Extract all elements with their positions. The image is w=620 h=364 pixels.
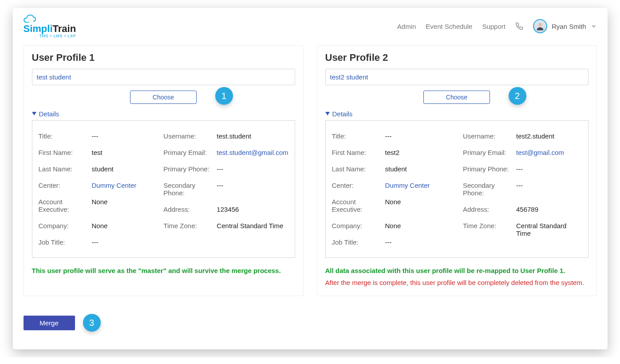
- step-badge-1: 1: [215, 87, 233, 105]
- label-address: Address:: [463, 206, 516, 213]
- step-badge-3: 3: [83, 314, 101, 332]
- logo-tagline: TMS + LMS + LXP: [39, 34, 76, 38]
- profile-columns: User Profile 1 Choose 1 Details Title:--…: [13, 41, 608, 296]
- merge-button[interactable]: Merge: [24, 316, 75, 330]
- svg-point-0: [538, 23, 541, 26]
- profile-search-input[interactable]: [32, 69, 295, 85]
- value-title: ---: [385, 132, 451, 140]
- phone-icon[interactable]: [515, 22, 523, 30]
- value-first-name: test: [92, 149, 151, 156]
- profile-panel-1: User Profile 1 Choose 1 Details Title:--…: [24, 45, 304, 296]
- avatar: [533, 19, 547, 33]
- label-account-exec: Account Executive:: [332, 198, 385, 213]
- details-grid: Title:--- First Name:test Last Name:stud…: [32, 120, 295, 258]
- cloud-icon: [24, 14, 36, 23]
- label-last-name: Last Name:: [332, 165, 385, 173]
- label-primary-email: Primary Email:: [163, 149, 217, 156]
- value-first-name: test2: [385, 149, 451, 156]
- note-delete: After the merge is complete, this user p…: [325, 278, 588, 288]
- label-username: Username:: [163, 132, 217, 140]
- details-label: Details: [39, 110, 59, 118]
- label-last-name: Last Name:: [39, 165, 92, 173]
- value-last-name: student: [92, 165, 151, 173]
- value-account-exec: None: [385, 198, 451, 213]
- logo-text-primary: Simpli: [24, 23, 53, 35]
- profile-panel-2: User Profile 2 Choose 2 Details Title:--…: [317, 45, 597, 296]
- details-grid: Title:--- First Name:test2 Last Name:stu…: [325, 120, 588, 258]
- label-title: Title:: [39, 132, 92, 140]
- choose-button[interactable]: Choose: [130, 91, 197, 104]
- user-menu[interactable]: Ryan Smith: [533, 19, 597, 33]
- logo[interactable]: SimpliTrain TMS + LMS + LXP: [24, 14, 76, 38]
- svg-marker-1: [32, 112, 36, 115]
- label-primary-email: Primary Email:: [463, 149, 516, 156]
- label-time-zone: Time Zone:: [463, 222, 516, 237]
- value-company: None: [385, 222, 451, 229]
- label-center: Center:: [332, 182, 385, 189]
- label-company: Company:: [332, 222, 385, 229]
- label-username: Username:: [463, 132, 516, 140]
- choose-button[interactable]: Choose: [423, 91, 490, 104]
- label-address: Address:: [163, 206, 217, 213]
- value-center[interactable]: Dummy Center: [92, 182, 151, 189]
- nav-support[interactable]: Support: [482, 23, 505, 30]
- label-first-name: First Name:: [39, 149, 92, 156]
- value-secondary-phone: ---: [217, 182, 288, 197]
- value-address: 123456: [217, 206, 288, 213]
- details-label: Details: [332, 110, 353, 118]
- triangle-down-icon: [32, 112, 36, 116]
- value-title: ---: [92, 132, 151, 140]
- details-toggle[interactable]: Details: [32, 110, 295, 118]
- value-time-zone: Central Standard Time: [516, 222, 582, 237]
- chevron-down-icon: [591, 23, 597, 29]
- person-icon: [535, 21, 545, 31]
- label-time-zone: Time Zone:: [163, 222, 217, 229]
- label-primary-phone: Primary Phone:: [463, 165, 516, 173]
- label-account-exec: Account Executive:: [39, 198, 92, 213]
- value-secondary-phone: ---: [516, 182, 582, 197]
- value-address: 456789: [516, 206, 582, 213]
- value-username: test.student: [217, 132, 288, 140]
- label-first-name: First Name:: [332, 149, 385, 156]
- value-time-zone: Central Standard Time: [217, 222, 288, 229]
- label-job-title: Job Title:: [332, 238, 385, 246]
- triangle-down-icon: [325, 112, 330, 116]
- details-toggle[interactable]: Details: [325, 110, 588, 118]
- value-primary-phone: ---: [217, 165, 288, 173]
- value-account-exec: None: [92, 198, 151, 213]
- value-primary-email[interactable]: test@gmail.com: [516, 149, 582, 156]
- nav-admin[interactable]: Admin: [397, 23, 416, 30]
- merge-row: Merge 3: [13, 296, 608, 332]
- panel-title: User Profile 1: [32, 52, 295, 63]
- value-primary-phone: ---: [516, 165, 582, 173]
- step-badge-2: 2: [509, 87, 526, 105]
- user-name: Ryan Smith: [552, 23, 586, 30]
- app-shell: SimpliTrain TMS + LMS + LXP Admin Event …: [13, 8, 608, 349]
- note-remap: All data associated with this user profi…: [325, 266, 588, 276]
- value-primary-email[interactable]: test.student@gmail.com: [217, 149, 288, 156]
- label-secondary-phone: Secondary Phone:: [163, 182, 217, 197]
- header: SimpliTrain TMS + LMS + LXP Admin Event …: [13, 8, 608, 41]
- logo-text-secondary: Train: [53, 23, 76, 35]
- label-company: Company:: [39, 222, 92, 229]
- label-title: Title:: [332, 132, 385, 140]
- header-right: Admin Event Schedule Support Ryan Smith: [397, 19, 597, 33]
- value-last-name: student: [385, 165, 451, 173]
- note-master: This user profile will serve as the "mas…: [32, 266, 295, 276]
- label-secondary-phone: Secondary Phone:: [463, 182, 516, 197]
- value-center[interactable]: Dummy Center: [385, 182, 451, 189]
- profile-search-input[interactable]: [325, 69, 588, 85]
- value-username: test2.student: [516, 132, 582, 140]
- panel-title: User Profile 2: [325, 52, 588, 63]
- label-job-title: Job Title:: [39, 238, 92, 246]
- value-job-title: ---: [385, 238, 451, 246]
- value-company: None: [92, 222, 151, 229]
- value-job-title: ---: [92, 238, 151, 246]
- svg-marker-2: [325, 112, 330, 115]
- label-primary-phone: Primary Phone:: [163, 165, 217, 173]
- label-center: Center:: [39, 182, 92, 189]
- nav-event-schedule[interactable]: Event Schedule: [426, 23, 472, 30]
